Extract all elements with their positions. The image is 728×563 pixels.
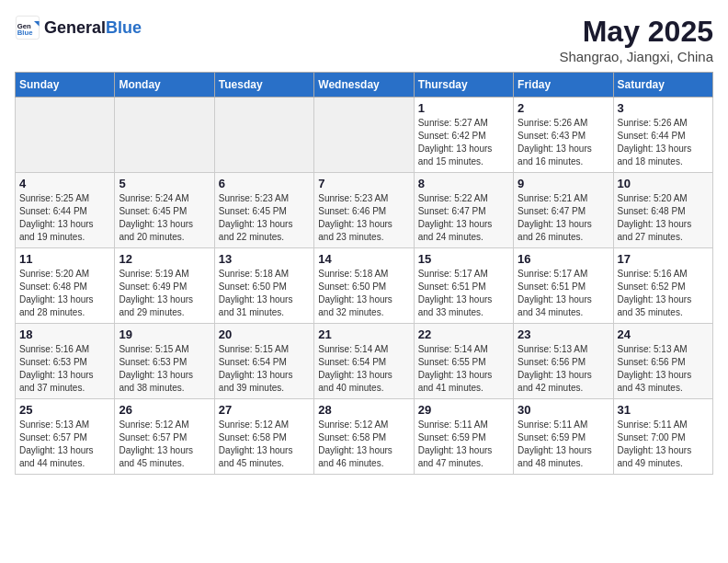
day-info: Sunrise: 5:26 AM Sunset: 6:44 PM Dayligh… (618, 117, 709, 168)
day-info: Sunrise: 5:23 AM Sunset: 6:46 PM Dayligh… (318, 192, 409, 244)
day-number: 23 (518, 327, 609, 341)
subtitle: Shangrao, Jiangxi, China (559, 49, 713, 64)
logo-text: GeneralBlue (44, 18, 142, 38)
calendar-cell: 26Sunrise: 5:12 AM Sunset: 6:57 PM Dayli… (115, 399, 214, 475)
calendar-cell: 31Sunrise: 5:11 AM Sunset: 7:00 PM Dayli… (613, 399, 712, 475)
logo-blue: Blue (106, 18, 142, 37)
day-number: 9 (518, 177, 609, 190)
day-number: 21 (318, 327, 409, 341)
calendar-cell: 22Sunrise: 5:14 AM Sunset: 6:55 PM Dayli… (414, 324, 513, 399)
day-number: 15 (418, 252, 509, 266)
day-info: Sunrise: 5:11 AM Sunset: 6:59 PM Dayligh… (418, 419, 509, 470)
day-number: 1 (418, 101, 509, 115)
calendar-cell: 28Sunrise: 5:12 AM Sunset: 6:58 PM Dayli… (314, 399, 414, 475)
logo-general: General (44, 18, 106, 37)
calendar-cell: 14Sunrise: 5:18 AM Sunset: 6:50 PM Dayli… (314, 248, 414, 324)
day-info: Sunrise: 5:12 AM Sunset: 6:58 PM Dayligh… (219, 419, 310, 470)
day-number: 13 (219, 252, 310, 266)
day-info: Sunrise: 5:18 AM Sunset: 6:50 PM Dayligh… (318, 268, 409, 319)
calendar-cell: 8Sunrise: 5:22 AM Sunset: 6:47 PM Daylig… (414, 173, 513, 248)
day-number: 16 (518, 252, 609, 266)
calendar-cell: 24Sunrise: 5:13 AM Sunset: 6:56 PM Dayli… (613, 324, 712, 399)
day-number: 17 (618, 252, 709, 266)
day-number: 19 (119, 327, 210, 341)
day-info: Sunrise: 5:17 AM Sunset: 6:51 PM Dayligh… (518, 268, 609, 319)
day-number: 2 (518, 101, 609, 115)
calendar-cell: 3Sunrise: 5:26 AM Sunset: 6:44 PM Daylig… (613, 98, 712, 173)
day-number: 30 (518, 403, 609, 417)
calendar-cell: 5Sunrise: 5:24 AM Sunset: 6:45 PM Daylig… (115, 173, 214, 248)
calendar-cell (115, 98, 214, 173)
day-number: 18 (19, 327, 110, 341)
day-number: 3 (618, 101, 709, 115)
day-info: Sunrise: 5:21 AM Sunset: 6:47 PM Dayligh… (518, 192, 609, 244)
day-info: Sunrise: 5:14 AM Sunset: 6:54 PM Dayligh… (318, 343, 409, 395)
day-info: Sunrise: 5:16 AM Sunset: 6:53 PM Dayligh… (19, 343, 110, 395)
day-info: Sunrise: 5:13 AM Sunset: 6:56 PM Dayligh… (518, 343, 609, 395)
day-info: Sunrise: 5:22 AM Sunset: 6:47 PM Dayligh… (418, 192, 509, 244)
weekday-header-thursday: Thursday (414, 73, 513, 98)
day-number: 29 (418, 403, 509, 417)
day-number: 24 (618, 327, 709, 341)
day-info: Sunrise: 5:15 AM Sunset: 6:54 PM Dayligh… (219, 343, 310, 395)
day-number: 11 (19, 252, 110, 266)
weekday-header-tuesday: Tuesday (214, 73, 313, 98)
day-info: Sunrise: 5:25 AM Sunset: 6:44 PM Dayligh… (19, 192, 110, 244)
day-number: 12 (119, 252, 210, 266)
calendar-cell: 13Sunrise: 5:18 AM Sunset: 6:50 PM Dayli… (214, 248, 313, 324)
day-number: 14 (318, 252, 409, 266)
calendar-cell: 20Sunrise: 5:15 AM Sunset: 6:54 PM Dayli… (214, 324, 313, 399)
calendar-cell: 9Sunrise: 5:21 AM Sunset: 6:47 PM Daylig… (514, 173, 613, 248)
title-area: May 2025 Shangrao, Jiangxi, China (559, 15, 713, 64)
day-info: Sunrise: 5:24 AM Sunset: 6:45 PM Dayligh… (119, 192, 210, 244)
calendar-cell: 11Sunrise: 5:20 AM Sunset: 6:48 PM Dayli… (16, 248, 115, 324)
day-info: Sunrise: 5:20 AM Sunset: 6:48 PM Dayligh… (19, 268, 110, 319)
day-info: Sunrise: 5:18 AM Sunset: 6:50 PM Dayligh… (219, 268, 310, 319)
header: Gen Blue GeneralBlue May 2025 Shangrao, … (15, 15, 713, 64)
calendar-cell: 12Sunrise: 5:19 AM Sunset: 6:49 PM Dayli… (115, 248, 214, 324)
calendar-cell: 6Sunrise: 5:23 AM Sunset: 6:45 PM Daylig… (214, 173, 313, 248)
calendar-cell: 16Sunrise: 5:17 AM Sunset: 6:51 PM Dayli… (514, 248, 613, 324)
weekday-header-monday: Monday (115, 73, 214, 98)
weekday-header-saturday: Saturday (613, 73, 712, 98)
day-info: Sunrise: 5:23 AM Sunset: 6:45 PM Dayligh… (219, 192, 310, 244)
calendar-cell: 27Sunrise: 5:12 AM Sunset: 6:58 PM Dayli… (214, 399, 313, 475)
day-number: 28 (318, 403, 409, 417)
day-info: Sunrise: 5:15 AM Sunset: 6:53 PM Dayligh… (119, 343, 210, 395)
logo: Gen Blue GeneralBlue (15, 15, 142, 40)
day-info: Sunrise: 5:12 AM Sunset: 6:58 PM Dayligh… (318, 419, 409, 470)
day-info: Sunrise: 5:11 AM Sunset: 7:00 PM Dayligh… (618, 419, 709, 470)
calendar-cell: 1Sunrise: 5:27 AM Sunset: 6:42 PM Daylig… (414, 98, 513, 173)
weekday-header-friday: Friday (514, 73, 613, 98)
day-number: 27 (219, 403, 310, 417)
day-number: 25 (19, 403, 110, 417)
day-info: Sunrise: 5:16 AM Sunset: 6:52 PM Dayligh… (618, 268, 709, 319)
calendar-cell: 19Sunrise: 5:15 AM Sunset: 6:53 PM Dayli… (115, 324, 214, 399)
calendar-cell: 7Sunrise: 5:23 AM Sunset: 6:46 PM Daylig… (314, 173, 414, 248)
day-number: 31 (618, 403, 709, 417)
day-number: 26 (119, 403, 210, 417)
calendar-cell: 10Sunrise: 5:20 AM Sunset: 6:48 PM Dayli… (613, 173, 712, 248)
day-info: Sunrise: 5:13 AM Sunset: 6:57 PM Dayligh… (19, 419, 110, 470)
calendar-cell: 17Sunrise: 5:16 AM Sunset: 6:52 PM Dayli… (613, 248, 712, 324)
day-info: Sunrise: 5:20 AM Sunset: 6:48 PM Dayligh… (618, 192, 709, 244)
calendar-cell (16, 98, 115, 173)
weekday-header-wednesday: Wednesday (314, 73, 414, 98)
day-info: Sunrise: 5:12 AM Sunset: 6:57 PM Dayligh… (119, 419, 210, 470)
calendar-cell: 30Sunrise: 5:11 AM Sunset: 6:59 PM Dayli… (514, 399, 613, 475)
calendar-cell: 15Sunrise: 5:17 AM Sunset: 6:51 PM Dayli… (414, 248, 513, 324)
day-info: Sunrise: 5:13 AM Sunset: 6:56 PM Dayligh… (618, 343, 709, 395)
calendar-cell: 2Sunrise: 5:26 AM Sunset: 6:43 PM Daylig… (514, 98, 613, 173)
day-number: 7 (318, 177, 409, 190)
day-number: 4 (19, 177, 110, 190)
day-info: Sunrise: 5:19 AM Sunset: 6:49 PM Dayligh… (119, 268, 210, 319)
day-info: Sunrise: 5:14 AM Sunset: 6:55 PM Dayligh… (418, 343, 509, 395)
day-number: 22 (418, 327, 509, 341)
calendar-cell (214, 98, 313, 173)
calendar-cell: 21Sunrise: 5:14 AM Sunset: 6:54 PM Dayli… (314, 324, 414, 399)
day-info: Sunrise: 5:11 AM Sunset: 6:59 PM Dayligh… (518, 419, 609, 470)
day-number: 10 (618, 177, 709, 190)
day-number: 6 (219, 177, 310, 190)
calendar-cell: 18Sunrise: 5:16 AM Sunset: 6:53 PM Dayli… (16, 324, 115, 399)
weekday-header-sunday: Sunday (16, 73, 115, 98)
